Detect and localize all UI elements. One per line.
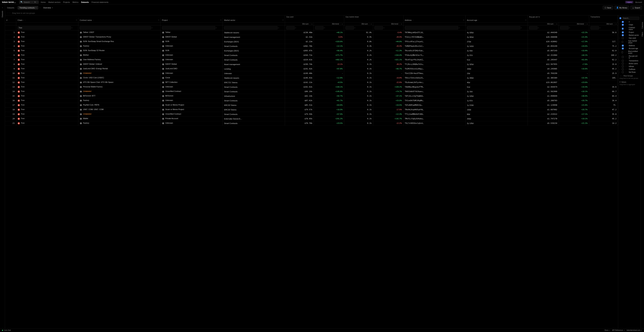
column-toggle[interactable]: ›⋮⋮Most emitted event [620,50,639,55]
filter-icon[interactable]: ▿ [278,27,279,29]
dataset-selector[interactable]: Trending contracts ▾ [18,6,38,10]
column-toggle[interactable]: ›⋮⋮Avg gas per tx [620,55,639,59]
table-row[interactable]: 13 ◉Tron ◉Personal Wallet Factory ◉Unkno… [5,85,618,89]
table-row[interactable]: 12 ◉Tron ◉HTX 6th Space Club: HTX 6th Sp… [5,80,618,85]
drag-icon[interactable]: ⋮⋮ [625,60,628,62]
filter-chain[interactable] [18,26,71,29]
drag-icon[interactable]: ⋮⋮ [625,32,628,33]
checkbox-icon[interactable]: ✓ [622,34,624,36]
right-rail-filters[interactable]: Filters [642,32,643,37]
save-button[interactable]: ▢Save [603,6,613,10]
site-link[interactable]: tokenterminal.com ↗ [627,329,642,331]
col-group-gas-used[interactable]: Gas used [285,15,344,18]
toggle-all-checkbox[interactable]: − [620,17,621,19]
table-row[interactable]: 3 ◉Tron ◉SUN: SunSwap Smart Exchange Rou… [5,39,618,44]
checkbox-icon[interactable] [622,41,623,43]
subhdr-share-trend[interactable]: 30d trend⋮≡ [373,23,403,25]
drag-icon[interactable]: ⋮⋮ [625,37,628,39]
drag-icon[interactable]: ⋮⋮ [625,56,628,58]
checkbox-icon[interactable]: ✓ [622,45,624,47]
filter-icon[interactable]: ▿ [72,27,72,29]
drag-icon[interactable]: ⋮⋮ [625,69,628,70]
checkbox-icon[interactable]: ✓ [622,28,624,30]
filter-icon[interactable]: ▿ [216,27,217,29]
nav-metrics[interactable]: Metrics [72,1,78,3]
filter-sector[interactable] [224,26,278,29]
drag-icon[interactable]: ⋮⋮ [625,48,628,49]
nav-market-sectors[interactable]: Market sectors [48,1,60,3]
legacy-badge[interactable]: Legacy [625,1,633,3]
filter-tx-sum[interactable] [590,26,599,29]
drag-icon[interactable]: ⋮⋮ [624,51,627,53]
left-rail-label[interactable]: Datasets [2,11,3,17]
filter-age[interactable] [467,26,520,29]
live-chat[interactable]: Live chat [2,329,11,331]
col-address[interactable]: Address⋮≡ [403,18,466,23]
table-row[interactable]: 1 ◉Tron ◉Tether: USDT ◉Tether Stablecoin… [5,30,618,35]
checkbox-icon[interactable] [622,51,623,53]
column-toggle[interactable]: ›⋮⋮Outflows [620,68,639,71]
expand-icon[interactable]: › [620,69,621,70]
col-contract[interactable]: Contract name⋮≡ [78,18,161,23]
filter-project[interactable] [162,26,215,29]
filter-avg-sum[interactable] [529,26,538,29]
column-toggle[interactable]: ›⋮⋮Gas used [620,37,639,40]
filter-icon[interactable]: ▿ [152,27,152,29]
filter-avg-trend[interactable] [560,26,568,29]
checkbox-icon[interactable] [622,60,624,62]
subhdr-gas-sum[interactable]: 30d sum⋮≡ [285,23,314,25]
col-num[interactable]: # [5,18,16,23]
view-selector[interactable]: Overview ▾ [42,6,54,9]
drag-icon[interactable]: ⋮⋮ [625,66,628,67]
checkbox-icon[interactable] [622,71,624,73]
nav-datasets[interactable]: Datasets [81,1,89,3]
column-toggle[interactable]: ✓⋮⋮Account age [620,47,639,50]
table-row[interactable]: 5 ◉Tron ◉SUN: SunSwap V2 Router ◉SUN Exc… [5,48,618,53]
col-account-age[interactable]: Account age⋮≡ [466,18,528,23]
api-link[interactable]: API Reference ↗ [612,329,625,331]
checkbox-icon[interactable] [622,66,624,67]
expand-icon[interactable]: › [620,63,621,64]
subhdr-share-sum[interactable]: 30d sum⋮≡ [344,23,373,25]
col-chain[interactable]: Chain▿⋮≡ [16,18,78,23]
table-row[interactable]: 16 ◉Tron ◉Factory ◉Unknown Smart Contrac… [5,98,618,103]
table-row[interactable]: 9 ◉Tron ◉JustLend DAO: Energy Rental ◉Ju… [5,67,618,71]
search-box[interactable]: 🔍 ⌘K [19,1,39,4]
drag-icon[interactable]: ⋮⋮ [625,21,628,23]
column-toggle[interactable]: ✓⋮⋮# [620,21,639,23]
column-toggle[interactable]: ✓⋮⋮Contract name [620,26,639,31]
column-toggle[interactable]: ›⋮⋮Inflows [620,65,639,68]
expand-icon[interactable]: › [620,60,621,62]
drag-icon[interactable]: ⋮⋮ [625,35,628,36]
expand-icon[interactable]: › [620,41,621,43]
column-toggle[interactable]: ›⋮⋮Net flows [620,71,639,74]
subhdr-gas-trend[interactable]: 30d trend⋮≡ [314,23,344,25]
filter-gas-trend[interactable] [315,26,324,29]
col-project[interactable]: Project⋮≡ [160,18,223,23]
table-row[interactable]: 20 ◉Tron ◉Wallet ◉Private Account Extern… [5,116,618,121]
filter-gas-sum[interactable] [286,26,295,29]
table-row[interactable]: 4 ◉Tron ◉Factory ◉Unknown Smart Contract… [5,44,618,48]
expand-icon[interactable]: › [620,66,621,67]
checkbox-icon[interactable]: ✓ [622,31,624,33]
checkbox-icon[interactable] [622,37,624,39]
expand-rail-icon[interactable]: › [2,7,3,9]
breadcrumb-root[interactable]: Datasets [7,7,14,9]
checkbox-icon[interactable] [622,56,624,58]
docs-link[interactable]: Docs ↗ [604,329,610,331]
expand-icon[interactable]: › [620,56,621,58]
column-toggle[interactable]: ✓⋮⋮Market sector [620,34,639,37]
table-row[interactable]: 14 ◉Tron ◉Unlabeled ◉Unverified Contract… [5,89,618,94]
row-groups-bar[interactable]: ⋮⋮ Drag here to set row groups [5,11,644,15]
column-toggle[interactable]: ›⋮⋮Active users [620,62,639,65]
row-groups-drop[interactable]: Drag here to set row groups [620,77,639,80]
drag-icon[interactable]: ⋮⋮ [625,45,628,47]
table-row[interactable]: 11 ◉Tron ◉Circle: USD Coin (USDC) ◉Circl… [5,76,618,80]
subhdr-avg-trend[interactable]: 30d trend⋮≡ [559,23,589,25]
drag-icon[interactable]: ⋮⋮ [624,28,628,29]
checkbox-icon[interactable] [622,68,624,70]
nav-home[interactable]: Home [41,1,46,3]
column-toggle[interactable]: ›⋮⋮Gas market share [620,40,639,44]
nav-projects[interactable]: Projects [63,1,70,3]
expand-icon[interactable]: › [620,37,621,39]
